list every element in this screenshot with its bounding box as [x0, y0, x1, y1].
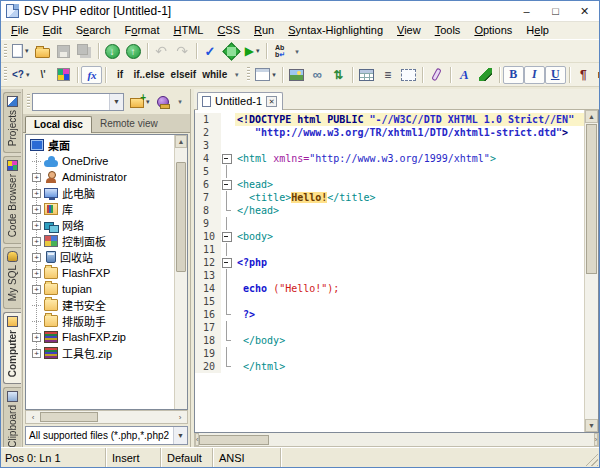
path-combo[interactable]: ▼	[32, 93, 124, 111]
new-folder-button[interactable]: ▾	[127, 92, 153, 112]
insert-attachment-button[interactable]	[426, 65, 447, 85]
tab-local-disc[interactable]: Local disc	[25, 116, 92, 133]
expand-toggle[interactable]: +	[32, 237, 41, 246]
fold-toggle-icon[interactable]	[221, 256, 235, 269]
side-tab-projects[interactable]: Projects	[3, 92, 21, 153]
php-settings-button[interactable]	[221, 41, 242, 61]
menu-options[interactable]: Options	[467, 22, 519, 39]
run-button[interactable]: ▶▾	[242, 41, 263, 61]
insert-image-button[interactable]	[286, 65, 307, 85]
dropdown-arrow-icon[interactable]: ▾	[146, 98, 150, 106]
scrollbar-thumb[interactable]	[586, 124, 597, 274]
save-all-button[interactable]	[74, 41, 95, 61]
scroll-up-icon[interactable]: ▲	[585, 110, 598, 123]
expand-toggle[interactable]: +	[32, 269, 41, 278]
menu-help[interactable]: Help	[519, 22, 556, 39]
insert-hyperlink-button[interactable]: ∞	[307, 65, 328, 85]
save-button[interactable]	[53, 41, 74, 61]
bold-button[interactable]: B	[503, 66, 524, 84]
italic-button[interactable]: I	[524, 66, 545, 84]
tree-item[interactable]: +FlashFXP.zip	[30, 329, 174, 345]
menu-html[interactable]: HTML	[166, 22, 210, 39]
expand-toggle[interactable]: +	[32, 349, 41, 358]
tab-remote-view[interactable]: Remote view	[92, 116, 166, 132]
tree-item[interactable]: OneDrive	[30, 153, 174, 169]
insert-fieldset-button[interactable]	[398, 65, 419, 85]
editor-horizontal-scrollbar[interactable]: ‹ ›	[194, 433, 599, 447]
ftp-connect-button[interactable]	[153, 92, 174, 112]
dropdown-arrow-icon[interactable]: ▾	[256, 47, 260, 55]
line-break-button[interactable]: BR	[594, 65, 600, 85]
menu-run[interactable]: Run	[247, 22, 281, 39]
menu-view[interactable]: View	[390, 22, 428, 39]
syntax-colors-button[interactable]	[53, 65, 74, 85]
scroll-right-icon[interactable]: ›	[594, 433, 598, 446]
tree-item[interactable]: +FlashFXP	[30, 265, 174, 281]
expand-toggle[interactable]: +	[32, 205, 41, 214]
scrollbar-thumb[interactable]	[40, 412, 98, 422]
tree-item[interactable]: 排版助手	[30, 313, 174, 329]
scroll-left-icon[interactable]: ‹	[26, 411, 40, 423]
tree-item[interactable]: 建书安全	[30, 297, 174, 313]
fold-toggle-icon[interactable]	[221, 152, 235, 165]
download-button[interactable]: ↓	[102, 41, 123, 61]
fold-toggle-icon[interactable]	[221, 230, 235, 243]
chevron-down-icon[interactable]: ▼	[109, 94, 123, 110]
close-button[interactable]: ✕	[570, 1, 599, 21]
highlight-pen-button[interactable]	[475, 65, 496, 85]
expand-toggle[interactable]: +	[32, 189, 41, 198]
code-editor[interactable]: 1<!DOCTYPE html PUBLIC "-//W3C//DTD XHTM…	[195, 110, 584, 432]
fold-toggle-icon[interactable]	[221, 178, 235, 191]
dropdown-arrow-icon[interactable]: ▾	[272, 71, 276, 79]
tab-close-icon[interactable]: ✕	[266, 96, 277, 107]
insert-div-button[interactable]: ▾	[252, 65, 279, 85]
new-document-button[interactable]: ▾	[9, 41, 32, 61]
insert-table-button[interactable]	[356, 65, 377, 85]
tree-item[interactable]: +tupian	[30, 281, 174, 297]
editor-vertical-scrollbar[interactable]: ▲ ▼	[584, 110, 598, 432]
tree-item[interactable]: +网络	[30, 217, 174, 233]
paragraph-button[interactable]: ¶	[573, 65, 594, 85]
insert-if-else-button[interactable]: if..else	[130, 65, 167, 85]
maximize-button[interactable]: □	[541, 1, 570, 21]
upload-button[interactable]: ↑	[123, 41, 144, 61]
tree-vertical-scrollbar[interactable]: ▲	[174, 135, 187, 409]
expand-toggle[interactable]: +	[32, 221, 41, 230]
underline-button[interactable]: U	[545, 66, 566, 84]
tree-item[interactable]: +Administrator	[30, 169, 174, 185]
tree-item[interactable]: +回收站	[30, 249, 174, 265]
insert-function-button[interactable]: fx	[81, 66, 102, 84]
expand-toggle[interactable]: +	[32, 285, 41, 294]
toolbar-overflow-button[interactable]: ▾	[175, 93, 186, 111]
word-wrap-button[interactable]: Abb↵	[270, 41, 291, 61]
expand-toggle[interactable]: +	[32, 253, 41, 262]
menu-edit[interactable]: Edit	[36, 22, 69, 39]
insert-elseif-button[interactable]: elseif	[168, 65, 200, 85]
scroll-down-icon[interactable]: ▼	[585, 419, 598, 432]
side-tab-computer[interactable]: Computer	[3, 312, 21, 384]
menu-file[interactable]: File	[4, 22, 36, 39]
redo-button[interactable]: ↷	[172, 41, 193, 61]
undo-button[interactable]: ↶	[151, 41, 172, 61]
expand-toggle[interactable]: +	[32, 173, 41, 182]
side-tab-my-sql[interactable]: My SQL	[3, 247, 21, 308]
tree-horizontal-scrollbar[interactable]: ‹ ›	[25, 410, 188, 424]
file-filter-combo[interactable]: All supported files (*.php,*.php2 ▼	[25, 426, 188, 445]
chevron-down-icon[interactable]: ▼	[173, 427, 187, 444]
scroll-right-icon[interactable]: ›	[173, 411, 187, 423]
tree-item[interactable]: 桌面	[30, 137, 174, 153]
open-file-button[interactable]	[32, 41, 53, 61]
dropdown-arrow-icon[interactable]: ▾	[26, 71, 30, 79]
dropdown-arrow-icon[interactable]: ▾	[25, 47, 29, 55]
font-color-button[interactable]: A	[454, 65, 475, 85]
php-tags-button[interactable]: <?▾	[9, 65, 32, 85]
tree-item[interactable]: +库	[30, 201, 174, 217]
minimize-button[interactable]: –	[512, 1, 541, 21]
expand-toggle[interactable]: +	[32, 333, 41, 342]
toolbar-overflow-button[interactable]: ▾	[292, 42, 303, 60]
resize-grip[interactable]	[586, 454, 598, 466]
scrollbar-thumb[interactable]	[199, 435, 269, 445]
document-tab[interactable]: Untitled-1 ✕	[197, 92, 283, 110]
tree-item[interactable]: +工具包.zip	[30, 345, 174, 361]
insert-anchor-button[interactable]: ⇅	[328, 65, 349, 85]
